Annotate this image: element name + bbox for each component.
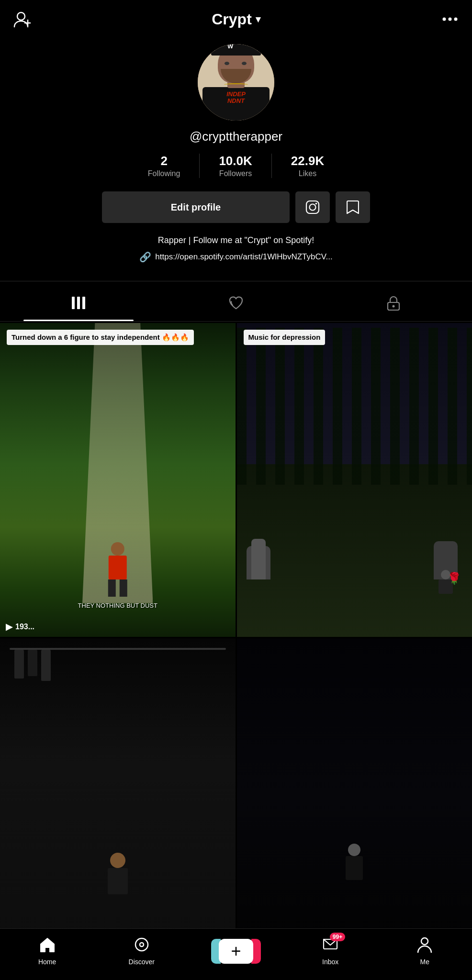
video-thumb-1[interactable]: THEY NOTHING BUT DUST Turned down a 6 fi… <box>0 323 236 636</box>
grid-icon <box>70 295 87 314</box>
nav-inbox-label: Inbox <box>322 958 338 966</box>
stats-row: 2 Following 10.0K Followers 22.9K Likes <box>116 154 356 178</box>
likes-count: 22.9K <box>291 154 324 168</box>
more-options-button[interactable] <box>439 9 461 30</box>
videos-grid: THEY NOTHING BUT DUST Turned down a 6 fi… <box>0 322 472 953</box>
profile-icon <box>417 936 432 956</box>
video-1-playcount: ▶ 193... <box>6 622 34 632</box>
followers-stat[interactable]: 10.0K Followers <box>200 154 271 178</box>
action-buttons: Edit profile <box>102 191 370 223</box>
lock-icon <box>386 295 401 314</box>
video-1-count: 193... <box>15 623 34 631</box>
bottom-nav: Home Discover + 99+ Inbox <box>0 928 472 980</box>
svg-point-8 <box>315 203 317 205</box>
svg-point-14 <box>135 938 148 951</box>
inbox-icon: 99+ <box>322 936 338 956</box>
svg-rect-10 <box>77 297 80 309</box>
edit-profile-button[interactable]: Edit profile <box>102 191 290 223</box>
svg-point-16 <box>421 938 428 945</box>
plus-icon: + <box>231 943 241 960</box>
nav-discover[interactable]: Discover <box>123 936 161 966</box>
likes-stat[interactable]: 22.9K Likes <box>272 154 343 178</box>
video-1-overlay: Turned down a 6 figure to stay independe… <box>7 330 229 345</box>
svg-rect-9 <box>72 297 75 309</box>
video-2-overlay: Music for depression <box>244 330 466 345</box>
home-icon <box>39 936 56 956</box>
instagram-button[interactable] <box>295 191 330 223</box>
nav-home[interactable]: Home <box>28 936 67 966</box>
avatar[interactable]: INDEPNDNT W <box>198 44 274 121</box>
svg-point-7 <box>310 204 316 211</box>
tab-videos[interactable] <box>0 288 157 321</box>
svg-point-0 <box>17 12 25 20</box>
create-button-container: + <box>219 939 253 964</box>
video-thumb-4[interactable]: Crypt - I'm Not Okay ▶ 8648 <box>237 638 472 952</box>
nav-me[interactable]: Me <box>405 936 444 966</box>
video-2-label: Music for depression <box>244 330 326 345</box>
bio-link-text: https://open.spotify.com/artist/1WlHbvNZ… <box>155 252 332 262</box>
nav-inbox[interactable]: 99+ Inbox <box>311 936 349 966</box>
discover-icon <box>134 936 150 956</box>
header-title-text: Crypt <box>212 11 252 28</box>
tabs-row <box>0 281 472 322</box>
svg-point-3 <box>443 18 446 21</box>
following-label: Following <box>148 169 180 178</box>
bio-link[interactable]: 🔗 https://open.spotify.com/artist/1WlHbv… <box>139 251 332 263</box>
svg-point-13 <box>392 305 394 308</box>
svg-rect-11 <box>82 297 85 309</box>
tab-liked[interactable] <box>157 288 315 321</box>
nav-create[interactable]: + <box>217 939 255 964</box>
header: Crypt ▾ <box>0 0 472 34</box>
add-user-button[interactable] <box>11 9 33 30</box>
svg-point-5 <box>454 18 458 21</box>
bio-section: Rapper | Follow me at "Crypt" on Spotify… <box>128 234 344 263</box>
play-icon: ▶ <box>6 622 12 632</box>
profile-name-header[interactable]: Crypt ▾ <box>212 11 260 28</box>
bio-text: Rapper | Follow me at "Crypt" on Spotify… <box>139 234 332 246</box>
svg-point-4 <box>449 18 452 21</box>
video-thumb-3[interactable]: Crypt - Rapping from My Closet ▶ 193... <box>0 638 236 952</box>
link-icon: 🔗 <box>139 251 151 263</box>
profile-section: INDEPNDNT W @crypttherapper <box>0 34 472 271</box>
likes-label: Likes <box>299 169 316 178</box>
create-button-inner: + <box>219 939 253 964</box>
video-1-label: Turned down a 6 figure to stay independe… <box>7 330 194 345</box>
followers-label: Followers <box>219 169 252 178</box>
inbox-badge: 99+ <box>330 933 345 941</box>
heart-icon <box>228 295 244 314</box>
svg-rect-6 <box>306 201 319 213</box>
dropdown-arrow-icon: ▾ <box>256 13 260 25</box>
followers-count: 10.0K <box>219 154 252 168</box>
nav-home-label: Home <box>38 958 56 966</box>
svg-point-15 <box>140 943 144 947</box>
nav-discover-label: Discover <box>129 958 155 966</box>
nav-me-label: Me <box>420 958 429 966</box>
following-stat[interactable]: 2 Following <box>129 154 200 178</box>
video-thumb-2[interactable]: 🌹 Music for depression <box>237 323 472 636</box>
video-1-subtitle: THEY NOTHING BUT DUST <box>5 602 231 609</box>
username: @crypttherapper <box>190 129 282 144</box>
following-count: 2 <box>160 154 167 168</box>
tab-private[interactable] <box>315 288 472 321</box>
bookmark-button[interactable] <box>336 191 370 223</box>
